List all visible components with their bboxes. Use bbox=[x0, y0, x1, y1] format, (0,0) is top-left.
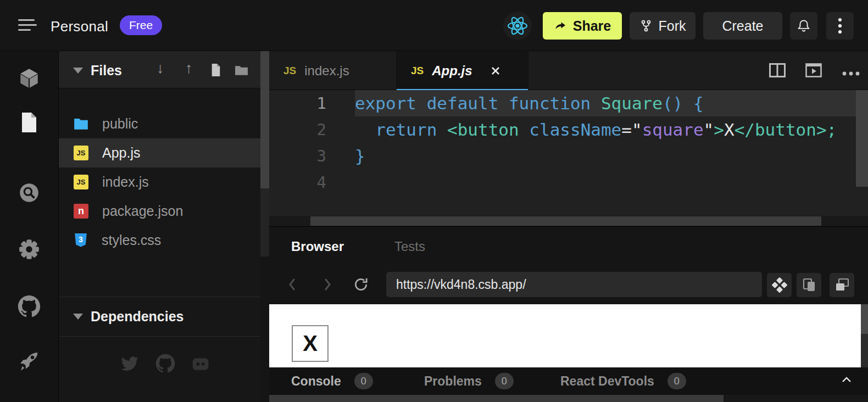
react-devtools-label: React DevTools bbox=[560, 374, 654, 389]
console-label: Console bbox=[291, 374, 341, 389]
file-row-public[interactable]: public bbox=[59, 109, 260, 138]
console-horizontal-scrollbar[interactable] bbox=[269, 395, 868, 402]
code-line[interactable]: 4 bbox=[269, 169, 868, 196]
file-name: package.json bbox=[102, 203, 183, 219]
js-file-icon: JS bbox=[74, 175, 88, 189]
more-icon[interactable] bbox=[842, 68, 860, 78]
code-line-text: export default function Square() { bbox=[355, 90, 856, 116]
tab-browser[interactable]: Browser bbox=[291, 227, 344, 266]
file-name: public bbox=[102, 116, 138, 132]
menu-icon[interactable] bbox=[18, 19, 37, 31]
file-row-indexjs[interactable]: JS index.js bbox=[59, 168, 260, 197]
file-row-stylescss[interactable]: 3 styles.css bbox=[59, 226, 260, 255]
create-label: Create bbox=[722, 18, 763, 34]
overflow-menu-button[interactable] bbox=[826, 12, 854, 40]
chevron-down-icon[interactable] bbox=[73, 68, 83, 74]
scrollbar-thumb[interactable] bbox=[861, 304, 868, 334]
activity-bar bbox=[0, 51, 59, 402]
fork-label: Fork bbox=[659, 18, 686, 34]
share-label: Share bbox=[573, 18, 611, 34]
editor-tab-bar: JS index.js JS App.js bbox=[269, 51, 868, 90]
css-icon: 3 bbox=[74, 233, 88, 248]
upload-icon[interactable]: ↑ bbox=[185, 60, 193, 77]
chevron-up-icon[interactable] bbox=[841, 375, 853, 386]
count-badge: 0 bbox=[354, 373, 373, 389]
discord-icon[interactable] bbox=[192, 356, 209, 374]
js-tab-icon: JS bbox=[411, 65, 424, 77]
download-icon[interactable]: ↓ bbox=[157, 60, 164, 77]
console-tab[interactable]: Console 0 bbox=[291, 367, 373, 395]
share-arrow-icon bbox=[554, 20, 567, 32]
url-input[interactable] bbox=[386, 272, 762, 297]
split-view-icon[interactable] bbox=[769, 63, 786, 80]
js-tab-icon: JS bbox=[283, 65, 296, 77]
scrollbar-thumb[interactable] bbox=[856, 90, 868, 187]
tab-tests[interactable]: Tests bbox=[394, 227, 425, 266]
preview-icon[interactable] bbox=[805, 63, 822, 80]
js-file-icon: JS bbox=[74, 146, 88, 160]
file-name: App.js bbox=[102, 145, 140, 161]
open-window-icon[interactable] bbox=[830, 273, 854, 297]
scrollbar-thumb[interactable] bbox=[269, 395, 724, 402]
tab-label: App.js bbox=[432, 63, 472, 79]
gear-icon[interactable] bbox=[18, 238, 41, 263]
tab-appjs[interactable]: JS App.js bbox=[397, 51, 528, 90]
code-line-text: return <button className="square">X</but… bbox=[355, 116, 856, 143]
square-button[interactable]: X bbox=[292, 325, 329, 362]
tab-indexjs[interactable]: JS index.js bbox=[269, 51, 397, 90]
count-badge: 0 bbox=[495, 373, 514, 389]
files-panel: Files ↓ ↑ public JS App.js JS index.js n… bbox=[59, 51, 260, 402]
editor-vertical-scrollbar[interactable] bbox=[856, 90, 868, 216]
new-file-icon[interactable] bbox=[210, 63, 222, 79]
workspace-name[interactable]: Personal bbox=[51, 18, 108, 35]
folder-icon bbox=[74, 118, 88, 130]
files-title[interactable]: Files bbox=[91, 63, 122, 79]
fork-button[interactable]: Fork bbox=[630, 12, 695, 40]
code-editor[interactable]: 1export default function Square() {2 ret… bbox=[269, 90, 868, 216]
file-icon[interactable] bbox=[19, 111, 39, 136]
scrollbar-thumb[interactable] bbox=[310, 216, 821, 226]
problems-label: Problems bbox=[424, 374, 482, 389]
browser-panel: Browser Tests bbox=[269, 226, 868, 402]
github-footer-icon[interactable] bbox=[155, 354, 175, 376]
code-line[interactable]: 1export default function Square() { bbox=[269, 90, 868, 116]
refresh-icon[interactable] bbox=[353, 276, 369, 295]
code-line[interactable]: 2 return <button className="square">X</b… bbox=[269, 116, 868, 143]
file-row-appjs[interactable]: JS App.js bbox=[59, 138, 260, 168]
search-icon[interactable] bbox=[18, 181, 41, 206]
close-icon[interactable] bbox=[491, 66, 500, 76]
notifications-button[interactable] bbox=[790, 12, 817, 40]
create-button[interactable]: Create bbox=[703, 12, 782, 40]
cube-icon[interactable] bbox=[18, 67, 41, 92]
scrollbar-thumb[interactable] bbox=[260, 51, 269, 188]
twitter-icon[interactable] bbox=[120, 356, 139, 375]
preview-scrollbar[interactable] bbox=[861, 304, 868, 367]
file-row-packagejson[interactable]: n package.json bbox=[59, 197, 260, 226]
npm-icon: n bbox=[74, 204, 88, 219]
kebab-menu-icon bbox=[838, 17, 842, 35]
new-folder-icon[interactable] bbox=[235, 65, 248, 78]
duplicate-icon[interactable] bbox=[797, 273, 821, 297]
editor-horizontal-scrollbar[interactable] bbox=[269, 216, 868, 226]
bell-icon bbox=[797, 18, 811, 34]
file-name: index.js bbox=[102, 174, 149, 190]
react-logo[interactable] bbox=[503, 12, 532, 40]
svg-text:3: 3 bbox=[79, 235, 83, 244]
react-atom-icon bbox=[505, 15, 530, 37]
rocket-icon[interactable] bbox=[17, 349, 41, 376]
forward-icon[interactable] bbox=[321, 277, 334, 294]
line-number: 1 bbox=[269, 94, 326, 113]
files-header: Files ↓ ↑ bbox=[59, 51, 260, 88]
files-scrollbar[interactable] bbox=[260, 51, 269, 256]
dependencies-section[interactable]: Dependencies bbox=[59, 297, 260, 336]
code-line[interactable]: 3} bbox=[269, 143, 868, 169]
github-icon[interactable] bbox=[18, 295, 41, 320]
share-button[interactable]: Share bbox=[543, 12, 622, 40]
responsive-icon[interactable] bbox=[767, 273, 792, 297]
section-divider bbox=[59, 336, 260, 337]
react-devtools-tab[interactable]: React DevTools 0 bbox=[560, 367, 686, 395]
problems-tab[interactable]: Problems 0 bbox=[424, 367, 514, 395]
back-icon[interactable] bbox=[286, 277, 299, 294]
plan-badge: Free bbox=[120, 15, 162, 35]
tab-label: index.js bbox=[304, 63, 349, 79]
